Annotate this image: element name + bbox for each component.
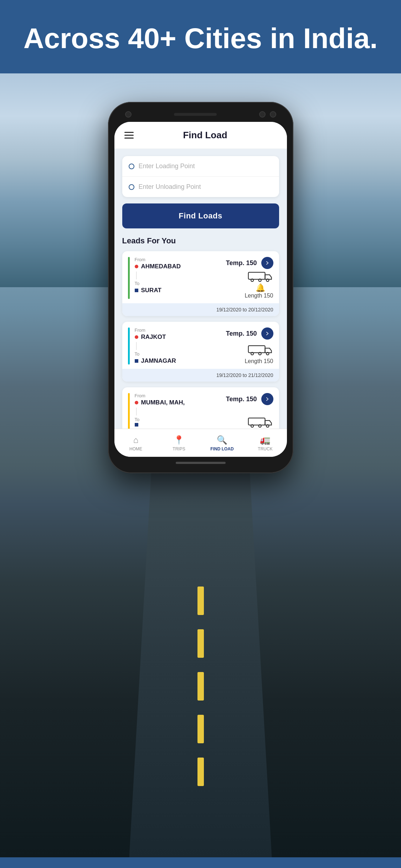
truck-bell-section: 🔔 bbox=[248, 269, 273, 293]
card-color-bar bbox=[128, 393, 130, 429]
svg-point-11 bbox=[266, 425, 269, 427]
load-card: From AHMEDABAD To SURAT bbox=[122, 251, 279, 316]
details-arrow-button[interactable] bbox=[261, 327, 273, 340]
route-vertical-line bbox=[136, 342, 137, 350]
phone-notch bbox=[114, 108, 287, 122]
phone-screen: Find Load Enter Loading Point Enter Unlo… bbox=[114, 122, 287, 457]
from-city: RAJKOT bbox=[135, 334, 216, 341]
from-city: MUMBAI, MAH, bbox=[135, 399, 216, 406]
search-box: Enter Loading Point Enter Unloading Poin… bbox=[122, 156, 279, 197]
find-load-icon: 🔍 bbox=[217, 435, 227, 445]
bottom-navigation: ⌂ HOME 📍 TRIPS 🔍 FIND LOAD 🚛 TRUCK bbox=[114, 429, 287, 457]
app-title: Find Load bbox=[134, 130, 277, 141]
to-city: BANGALORE, KARNATAKA, bbox=[135, 423, 216, 429]
card-color-bar bbox=[128, 327, 130, 365]
length-label: Length 150 bbox=[245, 293, 273, 299]
card-right-top: Temp. 150 bbox=[216, 393, 273, 405]
menu-button[interactable] bbox=[124, 132, 134, 139]
truck-icon bbox=[248, 415, 273, 428]
route-vertical-line bbox=[136, 272, 137, 279]
truck-nav-icon: 🚛 bbox=[260, 435, 271, 445]
from-dot-icon bbox=[135, 265, 138, 268]
to-label: To bbox=[135, 281, 216, 286]
menu-line bbox=[124, 132, 134, 133]
card-right-top: Temp. 150 bbox=[216, 257, 273, 269]
phone-device: Find Load Enter Loading Point Enter Unlo… bbox=[108, 102, 293, 473]
app-header: Find Load bbox=[114, 122, 287, 149]
from-dot-icon bbox=[135, 401, 138, 404]
find-loads-button[interactable]: Find Loads bbox=[122, 203, 279, 228]
road-line bbox=[197, 629, 204, 658]
card-route: From MUMBAI, MAH, To BANGALORE, KARNATAK… bbox=[135, 393, 216, 429]
length-label: Length 150 bbox=[245, 358, 273, 365]
menu-line bbox=[124, 138, 134, 139]
road-lines bbox=[197, 587, 204, 786]
road-line bbox=[197, 587, 204, 615]
to-label: To bbox=[135, 351, 216, 357]
truck-icon bbox=[248, 342, 273, 355]
road-line bbox=[197, 758, 204, 786]
load-card-body: From MUMBAI, MAH, To BANGALORE, KARNATAK… bbox=[122, 387, 279, 429]
road-line bbox=[197, 672, 204, 701]
card-right-section: Temp. 150 bbox=[216, 393, 273, 429]
card-right-top: Temp. 150 bbox=[216, 327, 273, 340]
find-load-nav-label: FIND LOAD bbox=[210, 446, 233, 451]
to-square-icon bbox=[135, 359, 138, 363]
to-city: JAMNAGAR bbox=[135, 357, 216, 365]
card-right-section: Temp. 150 bbox=[216, 257, 273, 299]
temp-label: Temp. 150 bbox=[226, 330, 257, 337]
loading-point-input[interactable]: Enter Loading Point bbox=[139, 162, 195, 170]
nav-item-trips[interactable]: 📍 TRIPS bbox=[158, 429, 201, 457]
truck-icon bbox=[248, 269, 273, 282]
route-vertical-line bbox=[136, 408, 137, 415]
details-arrow-button[interactable] bbox=[261, 393, 273, 405]
load-card-body: From RAJKOT To JAMNAGAR bbox=[122, 322, 279, 369]
banner-headline: Across 40+ Cities in India. bbox=[14, 21, 387, 56]
home-nav-label: HOME bbox=[129, 446, 142, 451]
trips-icon: 📍 bbox=[174, 435, 184, 445]
svg-point-5 bbox=[251, 352, 253, 355]
phone-outer-shell: Find Load Enter Loading Point Enter Unlo… bbox=[108, 102, 293, 473]
from-city: AHMEDABAD bbox=[135, 263, 216, 270]
svg-point-1 bbox=[251, 279, 253, 281]
card-route: From RAJKOT To JAMNAGAR bbox=[135, 327, 216, 365]
loading-point-dot-icon bbox=[129, 164, 134, 169]
details-arrow-button[interactable] bbox=[261, 257, 273, 269]
sensor-icons bbox=[259, 111, 276, 118]
from-label: From bbox=[135, 393, 216, 398]
nav-item-find-load[interactable]: 🔍 FIND LOAD bbox=[201, 429, 244, 457]
svg-point-9 bbox=[251, 425, 253, 427]
svg-point-6 bbox=[258, 352, 261, 355]
nav-item-home[interactable]: ⌂ HOME bbox=[114, 429, 158, 457]
unloading-point-input[interactable]: Enter Unloading Point bbox=[139, 183, 201, 191]
svg-point-3 bbox=[266, 279, 269, 281]
svg-point-10 bbox=[258, 425, 261, 427]
svg-rect-8 bbox=[248, 418, 265, 425]
temp-label: Temp. 150 bbox=[226, 396, 257, 403]
speaker-icon bbox=[174, 113, 217, 116]
road-line bbox=[197, 715, 204, 743]
date-range-bar: 19/12/2020 to 20/12/2020 bbox=[122, 303, 279, 316]
load-card: From MUMBAI, MAH, To BANGALORE, KARNATAK… bbox=[122, 387, 279, 429]
load-card: From RAJKOT To JAMNAGAR bbox=[122, 322, 279, 382]
temp-label: Temp. 150 bbox=[226, 259, 257, 267]
front-camera-icon bbox=[125, 111, 132, 118]
sensor-dot bbox=[259, 111, 266, 118]
nav-item-truck[interactable]: 🚛 TRUCK bbox=[244, 429, 287, 457]
card-route: From AHMEDABAD To SURAT bbox=[135, 257, 216, 299]
svg-point-2 bbox=[258, 279, 261, 281]
from-label: From bbox=[135, 257, 216, 262]
sensor-dot bbox=[270, 111, 276, 118]
date-range-bar: 19/12/2020 to 21/12/2020 bbox=[122, 369, 279, 382]
to-city: SURAT bbox=[135, 287, 216, 294]
road-background: Find Load Enter Loading Point Enter Unlo… bbox=[0, 73, 401, 857]
load-card-body: From AHMEDABAD To SURAT bbox=[122, 251, 279, 303]
trips-nav-label: TRIPS bbox=[173, 446, 185, 451]
to-square-icon bbox=[135, 423, 138, 427]
menu-line bbox=[124, 135, 134, 136]
top-banner: Across 40+ Cities in India. bbox=[0, 0, 401, 73]
from-label: From bbox=[135, 327, 216, 333]
home-icon: ⌂ bbox=[133, 435, 139, 445]
loading-point-row[interactable]: Enter Loading Point bbox=[122, 156, 279, 176]
unloading-point-row[interactable]: Enter Unloading Point bbox=[122, 176, 279, 197]
